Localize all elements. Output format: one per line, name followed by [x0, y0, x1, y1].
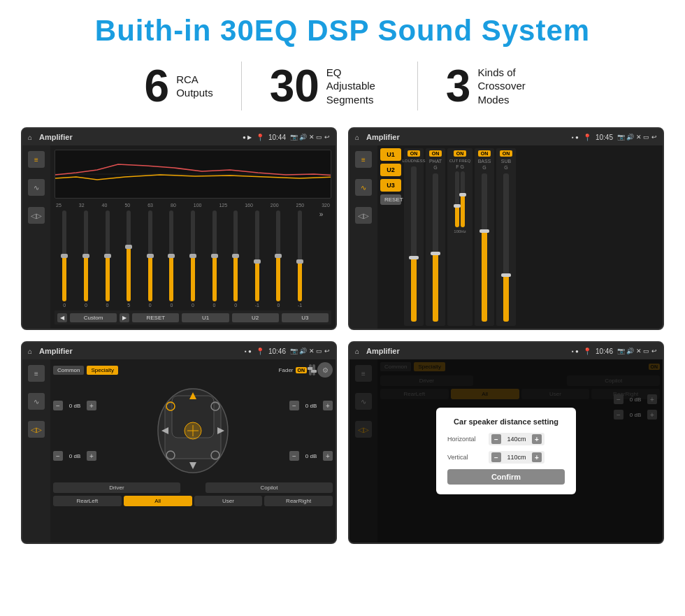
sidebar-eq-icon-2[interactable]: ≡	[355, 151, 372, 168]
slider-track-2[interactable]	[84, 210, 88, 301]
u2-button[interactable]: U2	[380, 164, 401, 176]
db-minus-tl[interactable]: −	[53, 401, 63, 410]
mini-slider-2[interactable]	[312, 364, 315, 375]
rearright-btn[interactable]: RearRight	[264, 496, 333, 506]
copilot-btn[interactable]: Copilot	[206, 482, 333, 493]
loudness-label: LOUDNESS	[403, 159, 426, 163]
slider-col-2[interactable]: 0	[76, 210, 96, 308]
vertical-minus[interactable]: −	[491, 452, 501, 462]
stat-number-rca: 6	[145, 64, 170, 108]
fader-sidebar: ≡ ∿ ◁▷	[22, 359, 50, 543]
phat-slider[interactable]	[433, 173, 438, 322]
freq-32: 32	[79, 203, 85, 208]
sidebar-eq-icon-3[interactable]: ≡	[28, 365, 45, 382]
db-minus-tr[interactable]: −	[289, 401, 299, 410]
slider-track-4[interactable]	[127, 210, 131, 301]
horizontal-plus[interactable]: +	[532, 434, 542, 444]
home-icon-2[interactable]: ⌂	[355, 134, 359, 141]
db-plus-br[interactable]: +	[323, 451, 333, 461]
vertical-plus[interactable]: +	[532, 452, 542, 462]
fader-topbar: ⌂ Amplifier ▪ ● 📍 10:46 📷 🔊 ✕ ▭ ↩	[22, 343, 336, 359]
cutfreq-slider-2[interactable]	[461, 171, 465, 227]
home-icon-3[interactable]: ⌂	[28, 348, 32, 355]
sidebar-eq-icon[interactable]: ≡	[28, 151, 45, 168]
dot-icons-2: ▪ ●	[572, 134, 579, 141]
bass-on[interactable]: ON	[478, 150, 491, 157]
distance-top-icons: 📷 🔊 ✕ ▭ ↩	[617, 348, 657, 354]
db-plus-tr[interactable]: +	[323, 401, 333, 410]
slider-track-6[interactable]	[169, 210, 173, 301]
crossover-screen: ⌂ Amplifier ▪ ● 📍 10:45 📷 🔊 ✕ ▭ ↩ ≡ ∿ ◁▷…	[348, 127, 664, 330]
slider-track-11[interactable]	[276, 210, 280, 301]
slider-col-1[interactable]: 0	[55, 210, 75, 308]
db-minus-bl[interactable]: −	[53, 451, 63, 461]
slider-col-7[interactable]: 0	[183, 210, 203, 308]
screens-grid: ⌂ Amplifier ● ▶ 📍 10:44 📷 🔊 ✕ ▭ ↩ ≡ ∿ ◁▷	[21, 127, 664, 544]
common-mode-btn[interactable]: Common	[53, 366, 84, 375]
slider-track-7[interactable]	[191, 210, 195, 301]
slider-col-12[interactable]: -1	[290, 210, 310, 308]
bass-channel: ON BASS G	[475, 148, 494, 326]
sidebar-speaker-icon-2[interactable]: ◁▷	[355, 207, 372, 224]
confirm-button[interactable]: Confirm	[447, 469, 565, 485]
horizontal-minus[interactable]: −	[491, 434, 501, 444]
slider-track-10[interactable]	[255, 210, 259, 301]
slider-val-2: 0	[85, 303, 87, 308]
slider-col-3[interactable]: 0	[97, 210, 117, 308]
sub-on[interactable]: ON	[500, 150, 513, 157]
driver-btn[interactable]: Driver	[53, 482, 180, 493]
cutfreq-on[interactable]: ON	[454, 150, 467, 157]
db-plus-tl[interactable]: +	[87, 401, 96, 410]
u3-button[interactable]: U3	[380, 179, 401, 192]
sidebar-wave-icon-2[interactable]: ∿	[355, 179, 372, 196]
slider-col-11[interactable]: 0	[268, 210, 289, 308]
home-icon-4[interactable]: ⌂	[355, 348, 359, 355]
eq-u1-btn[interactable]: U1	[182, 313, 229, 322]
rearleft-btn[interactable]: RearLeft	[53, 496, 122, 506]
sidebar-speaker-icon[interactable]: ◁▷	[28, 207, 45, 224]
slider-col-6[interactable]: 0	[161, 210, 182, 308]
sidebar-wave-icon[interactable]: ∿	[28, 179, 45, 196]
slider-track-12[interactable]	[298, 210, 302, 301]
slider-col-expand[interactable]: »	[311, 210, 331, 308]
slider-col-5[interactable]: 0	[140, 210, 160, 308]
slider-track-3[interactable]	[106, 210, 110, 301]
vertical-ctrl: − 110cm +	[489, 451, 545, 464]
sub-slider[interactable]	[503, 173, 509, 322]
loudness-on[interactable]: ON	[408, 150, 421, 157]
slider-track-5[interactable]	[148, 210, 152, 301]
slider-track-9[interactable]	[233, 210, 238, 301]
bass-label: BASS	[478, 159, 491, 164]
distance-time: 10:46	[596, 348, 613, 355]
slider-col-8[interactable]: 0	[204, 210, 224, 308]
fader-on-badge[interactable]: ON	[296, 367, 308, 373]
user-btn[interactable]: User	[194, 496, 263, 506]
db-plus-bl[interactable]: +	[87, 451, 96, 461]
freq-25: 25	[56, 203, 62, 208]
specialty-mode-btn[interactable]: Specialty	[87, 366, 117, 375]
slider-track-1[interactable]	[62, 210, 66, 301]
eq-u2-btn[interactable]: U2	[232, 313, 279, 322]
eq-custom-btn[interactable]: Custom	[70, 313, 117, 322]
home-icon[interactable]: ⌂	[28, 134, 32, 141]
db-minus-br[interactable]: −	[289, 451, 299, 461]
crossover-reset-btn[interactable]: RESET	[380, 194, 401, 205]
eq-u3-btn[interactable]: U3	[282, 313, 329, 322]
phat-on[interactable]: ON	[429, 150, 442, 157]
all-btn[interactable]: All	[124, 496, 192, 506]
cutfreq-slider-1[interactable]	[455, 171, 459, 227]
sidebar-wave-icon-3[interactable]: ∿	[28, 393, 45, 410]
slider-col-9[interactable]: 0	[226, 210, 246, 308]
bass-slider[interactable]	[482, 173, 487, 322]
eq-prev-btn[interactable]: ◀	[57, 313, 67, 322]
slider-col-4[interactable]: 5	[119, 210, 139, 308]
eq-next-btn[interactable]: ▶	[120, 313, 129, 322]
loudness-slider[interactable]	[411, 166, 417, 322]
settings-icon[interactable]: ⚙	[317, 362, 333, 378]
sidebar-speaker-icon-3[interactable]: ◁▷	[28, 421, 45, 438]
slider-track-8[interactable]	[212, 210, 217, 301]
eq-reset-btn[interactable]: RESET	[132, 313, 179, 322]
slider-col-10[interactable]: -1	[247, 210, 267, 308]
crossover-topbar: ⌂ Amplifier ▪ ● 📍 10:45 📷 🔊 ✕ ▭ ↩	[349, 129, 663, 145]
u1-button[interactable]: U1	[380, 148, 401, 161]
